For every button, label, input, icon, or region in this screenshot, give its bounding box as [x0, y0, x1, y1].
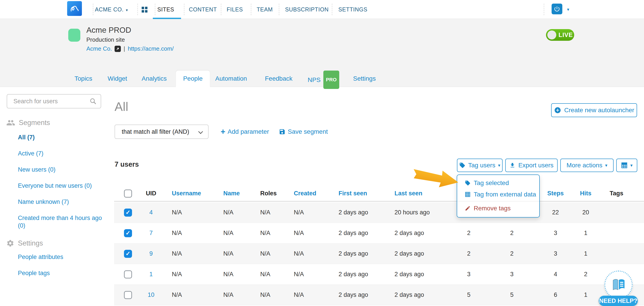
select-all-checkbox[interactable]: [124, 189, 132, 198]
gear-icon: [6, 239, 14, 247]
column-header[interactable]: Steps: [539, 190, 572, 197]
help-widget[interactable]: [604, 271, 632, 299]
uid-link[interactable]: 1: [136, 271, 166, 278]
site-url-link[interactable]: https://acme.com/: [128, 45, 174, 52]
table-cell: 2: [572, 271, 600, 278]
users-count: 7 users: [114, 160, 139, 168]
add-parameter-link[interactable]: + Add parameter: [221, 128, 269, 135]
company-menu[interactable]: ACME CO.▾: [95, 0, 128, 19]
nav-divider: [155, 4, 155, 15]
row-checkbox[interactable]: ✓: [124, 209, 132, 217]
column-header[interactable]: Hits: [572, 190, 600, 197]
tab-analytics[interactable]: Analytics: [142, 71, 167, 87]
tab-automation[interactable]: Automation: [215, 71, 247, 87]
site-avatar: [68, 29, 80, 42]
column-header[interactable]: First seen: [332, 190, 388, 197]
company-link[interactable]: Acme Co.: [86, 45, 112, 52]
table-cell: 20 hours ago: [388, 209, 453, 216]
filter-select[interactable]: that match all filter (AND): [114, 125, 208, 139]
tab-people[interactable]: People: [176, 71, 210, 87]
settings-people-tags[interactable]: People tags: [18, 269, 103, 277]
more-actions-button[interactable]: More actions ▾: [560, 159, 614, 172]
tab-feedback[interactable]: Feedback: [265, 71, 292, 87]
tag-users-button[interactable]: Tag users ▾: [457, 159, 502, 172]
row-checkbox[interactable]: [124, 291, 132, 299]
site-name: Acme PROD: [86, 26, 131, 35]
user-search: [7, 94, 101, 108]
uid-link[interactable]: 4: [136, 209, 166, 216]
nav-divider: [138, 4, 138, 15]
table-cell: 4: [539, 271, 572, 278]
table-cell: 3: [453, 271, 484, 278]
table-cell: 3: [539, 230, 572, 236]
search-input[interactable]: [7, 94, 101, 108]
table-cell: N/A: [288, 291, 332, 298]
nav-item-content[interactable]: CONTENT: [189, 0, 217, 19]
app-logo[interactable]: [67, 1, 82, 16]
row-checkbox[interactable]: ✓: [124, 250, 132, 258]
live-toggle[interactable]: LIVE: [546, 29, 574, 41]
table-cell: N/A: [166, 291, 217, 298]
table-cell: 3: [484, 271, 539, 278]
search-icon: [90, 98, 97, 106]
segment-new-users[interactable]: New users (0): [18, 166, 103, 173]
row-checkbox-cell: [120, 270, 136, 278]
caret-down-icon: ▾: [498, 163, 500, 168]
uid-link[interactable]: 9: [136, 250, 166, 257]
tag-users-label: Tag users: [468, 162, 495, 169]
tab-settings[interactable]: Settings: [353, 71, 376, 87]
segment-name-unknown[interactable]: Name unknown (7): [18, 198, 103, 206]
columns-button[interactable]: ▾: [616, 159, 637, 172]
uid-link[interactable]: 10: [136, 291, 166, 298]
table-cell: N/A: [288, 250, 332, 257]
plus-icon: +: [221, 129, 225, 135]
table-cell: 2 days ago: [388, 291, 453, 298]
menu-item-tag-selected[interactable]: Tag selected: [457, 177, 539, 189]
segment-everyone-but-new[interactable]: Everyone but new users (0): [18, 182, 103, 189]
column-header[interactable]: Username: [166, 190, 217, 197]
save-segment-link[interactable]: Save segment: [279, 128, 328, 135]
nav-item-files[interactable]: FILES: [227, 0, 243, 19]
scribble-logo-icon: [69, 3, 80, 14]
nav-item-settings[interactable]: SETTINGS: [338, 0, 368, 19]
download-icon: [509, 162, 516, 168]
uid-link[interactable]: 7: [136, 230, 166, 236]
nav-item-team[interactable]: TEAM: [257, 0, 273, 19]
table-cell: 2 days ago: [388, 250, 453, 257]
table-cell: N/A: [254, 271, 288, 278]
save-segment-label: Save segment: [288, 128, 328, 135]
table-cell: 22: [539, 209, 572, 216]
nav-divider: [279, 4, 279, 15]
need-help-button[interactable]: NEED HELP?: [599, 296, 638, 306]
column-header[interactable]: Created: [288, 190, 332, 197]
tab-widget[interactable]: Widget: [108, 71, 127, 87]
export-users-button[interactable]: Export users: [505, 159, 558, 172]
logout-power-button[interactable]: [552, 4, 562, 14]
table-cell: N/A: [166, 250, 217, 257]
tab-nps[interactable]: NPSPRO: [308, 71, 339, 87]
nav-item-sites[interactable]: SITES: [157, 0, 174, 19]
nav-item-subscription[interactable]: SUBSCRIPTION: [285, 0, 329, 19]
menu-item-tag-external[interactable]: Tag from external data: [457, 189, 539, 200]
row-checkbox-cell: [120, 291, 136, 299]
segment-active[interactable]: Active (7): [18, 150, 103, 157]
tab-topics[interactable]: Topics: [74, 71, 92, 87]
create-autolauncher-button[interactable]: Create new autolauncher: [551, 103, 637, 117]
top-navigation: ACME CO.▾ SITES CONTENT FILES TEAM SUBSC…: [0, 0, 644, 19]
link-divider: |: [124, 45, 125, 52]
external-link-icon[interactable]: [114, 46, 121, 52]
row-checkbox[interactable]: [124, 270, 132, 278]
account-caret[interactable]: ▾: [567, 0, 569, 19]
table-cell: N/A: [217, 250, 254, 257]
segment-all[interactable]: All (7): [18, 134, 103, 141]
settings-people-attributes[interactable]: People attributes: [18, 253, 103, 261]
menu-item-remove-tags[interactable]: Remove tags: [457, 202, 539, 214]
table-cell: 5: [453, 291, 484, 298]
column-header[interactable]: Name: [217, 190, 254, 197]
row-checkbox[interactable]: ✓: [124, 229, 132, 237]
nav-divider: [251, 4, 251, 15]
tag-icon: [459, 162, 466, 168]
segment-created-4-hours[interactable]: Created more than 4 hours ago (0): [18, 214, 103, 229]
apps-grid-icon[interactable]: [142, 7, 148, 13]
open-book-icon: [611, 277, 626, 292]
